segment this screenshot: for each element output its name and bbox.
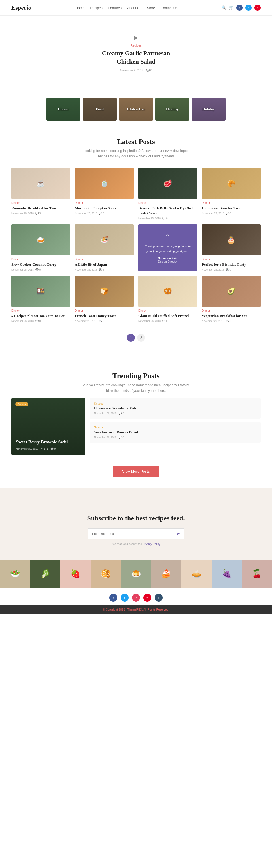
- nav-store[interactable]: Store: [147, 6, 155, 10]
- footer-twitter-icon[interactable]: t: [121, 594, 129, 602]
- hero-date: November 9, 2018: [120, 69, 143, 72]
- instagram-item-2[interactable]: 🥬: [30, 560, 61, 588]
- post-title: Vegetarian Breakfast for You: [202, 313, 261, 318]
- instagram-strip: 🥗 🥬 🍓 🥞 🍮 🍰 🥧 🍇 🍒: [0, 560, 272, 588]
- view-more-section: View More Posts: [0, 461, 272, 488]
- post-category: Dinner: [138, 202, 197, 205]
- category-healthy[interactable]: Healthy: [155, 98, 189, 121]
- category-holiday[interactable]: Holiday: [192, 98, 226, 121]
- post-card-vegetarian[interactable]: 🥑 Dinner Vegetarian Breakfast for You No…: [202, 276, 261, 322]
- instagram-item-4[interactable]: 🥞: [91, 560, 121, 588]
- nav-features[interactable]: Features: [108, 6, 122, 10]
- page-1-button[interactable]: 1: [127, 334, 135, 342]
- view-more-button[interactable]: View More Posts: [113, 466, 159, 477]
- trending-side-card-1[interactable]: Snacks Homemade Granola for Kids Novembe…: [90, 398, 261, 419]
- post-meta: November 26, 2018 💬 0: [138, 319, 197, 322]
- instagram-item-8[interactable]: 🍇: [212, 560, 242, 588]
- instagram-item-9[interactable]: 🍒: [242, 560, 272, 588]
- quote-text: Nothing is better than going home to you…: [143, 244, 193, 253]
- trending-featured-title: Sweet Berry Brownie Swirl: [16, 439, 80, 445]
- trending-featured-card[interactable]: Snacks Sweet Berry Brownie Swirl Novembe…: [11, 398, 85, 455]
- privacy-policy-link[interactable]: Privacy Policy: [142, 542, 160, 546]
- footer-copyright: © Copyright 2022 - ThemeREX. All Rights …: [0, 604, 272, 615]
- footer-pinterest-icon[interactable]: p: [143, 594, 151, 602]
- nav-about[interactable]: About Us: [127, 6, 141, 10]
- category-healthy-label: Healthy: [155, 98, 189, 121]
- post-title: Romantic Breakfast for Two: [11, 206, 70, 211]
- hero-next-button[interactable]: —: [187, 51, 203, 57]
- subscribe-submit-button[interactable]: ➤: [172, 529, 184, 539]
- instagram-item-6[interactable]: 🍰: [151, 560, 181, 588]
- pinterest-nav-icon[interactable]: p: [254, 4, 261, 11]
- post-card-birthday[interactable]: 🎂 Dinner Perfect for a Birthday Party No…: [202, 224, 261, 271]
- quote-mark-icon: “: [166, 232, 169, 241]
- trending-side-date: November 26, 2018: [94, 436, 116, 439]
- footer-instagram-icon[interactable]: in: [132, 594, 140, 602]
- post-card-pork[interactable]: 🥩 Dinner Braised Pork Belly Adobo By Che…: [138, 168, 197, 220]
- twitter-nav-icon[interactable]: t: [245, 4, 251, 11]
- post-comments: 💬 0: [162, 217, 168, 220]
- trending-side-card-2[interactable]: Snacks Your Favourite Banana Bread Novem…: [90, 422, 261, 443]
- post-card-pretzel[interactable]: 🥨 Dinner Giant Multi-Stuffed Soft Pretze…: [138, 276, 197, 322]
- instagram-item-5[interactable]: 🍮: [121, 560, 151, 588]
- post-category: Dinner: [202, 258, 261, 261]
- quote-author: Someone Said Design Director: [158, 257, 178, 263]
- search-icon[interactable]: 🔍: [222, 5, 226, 10]
- post-meta: November 26, 2018 💬 0: [75, 319, 134, 322]
- site-logo[interactable]: Especio: [11, 4, 31, 11]
- post-category: Dinner: [75, 202, 134, 205]
- hero-play-icon[interactable]: [134, 36, 138, 40]
- quote-card: “ Nothing is better than going home to y…: [138, 224, 197, 271]
- instagram-item-1[interactable]: 🥗: [0, 560, 30, 588]
- subscribe-email-input[interactable]: [88, 529, 172, 539]
- footer-social: f t in p T: [0, 588, 272, 604]
- post-meta: November 25, 2018 💬 0: [138, 217, 197, 220]
- post-date: November 26, 2018: [138, 319, 161, 322]
- post-category: Dinner: [202, 202, 261, 205]
- post-title: Perfect for a Birthday Party: [202, 262, 261, 267]
- post-card-cinnamon[interactable]: 🥐 Dinner Cinnamon Buns for Two November …: [202, 168, 261, 220]
- trending-side-date: November 26, 2018: [94, 412, 116, 414]
- post-card-macchiato[interactable]: 🍵 Dinner Macchiato Pumpkin Soup November…: [75, 168, 134, 220]
- post-category: Dinner: [11, 309, 70, 312]
- subscribe-title: Subscribe to the best recipes feed.: [11, 514, 261, 523]
- nav-home[interactable]: Home: [75, 6, 84, 10]
- post-image-cinnamon: 🥐: [202, 168, 261, 199]
- hero-prev-button[interactable]: —: [69, 51, 85, 57]
- trending-featured-views: 👁 141: [40, 447, 48, 450]
- nav-contact[interactable]: Contact Us: [161, 6, 177, 10]
- page-2-button[interactable]: 2: [137, 334, 145, 342]
- footer-tumblr-icon[interactable]: T: [155, 594, 163, 602]
- categories-section: Dinner Food Gluten-free Healthy Holiday: [0, 89, 272, 129]
- facebook-nav-icon[interactable]: f: [236, 4, 242, 11]
- trending-desc: Are you really into cooking? These homem…: [82, 382, 190, 393]
- post-category: Dinner: [202, 309, 261, 312]
- cart-icon[interactable]: 🛒: [229, 5, 234, 10]
- hero-meta: November 9, 2018 💬 0: [97, 69, 175, 72]
- nav-recipes[interactable]: Recipes: [90, 6, 102, 10]
- category-gluten[interactable]: Gluten-free: [119, 98, 153, 121]
- category-food[interactable]: Food: [83, 98, 117, 121]
- instagram-item-3[interactable]: 🍓: [60, 560, 91, 588]
- post-date: November 26, 2018: [75, 319, 97, 322]
- post-card-japan[interactable]: 🍜 Dinner A Little Bit of Japan November …: [75, 224, 134, 271]
- post-image-pork: 🥩: [138, 168, 197, 199]
- post-image-japan: 🍜: [75, 224, 134, 255]
- post-card-french[interactable]: 🍞 Dinner French Toast Honey Toast Novemb…: [75, 276, 134, 322]
- post-card-coconut[interactable]: 🍛 Dinner Slow Cooker Coconut Curry Novem…: [11, 224, 70, 271]
- instagram-item-7[interactable]: 🥧: [181, 560, 212, 588]
- trending-featured-badge: Snacks: [15, 402, 28, 406]
- post-date: November 26, 2018: [75, 268, 97, 271]
- footer-facebook-icon[interactable]: f: [109, 594, 117, 602]
- post-image-extra: 🍱: [11, 276, 70, 307]
- post-image-french: 🍞: [75, 276, 134, 307]
- post-card-extra[interactable]: 🍱 Dinner 5 Recipes Almost Too Cute To Ea…: [11, 276, 70, 322]
- hero-title: Creamy Garlic Parmesan Chicken Salad: [97, 49, 175, 65]
- trending-side-category: Snacks: [94, 402, 256, 405]
- post-card-romantic[interactable]: ☕ Dinner Romantic Breakfast for Two Nove…: [11, 168, 70, 220]
- hero-category: Recipes: [97, 44, 175, 47]
- post-date: November 26, 2018: [75, 212, 97, 215]
- category-dinner[interactable]: Dinner: [46, 98, 80, 121]
- posts-grid: ☕ Dinner Romantic Breakfast for Two Nove…: [0, 162, 272, 329]
- post-comments: 💬 0: [162, 319, 168, 322]
